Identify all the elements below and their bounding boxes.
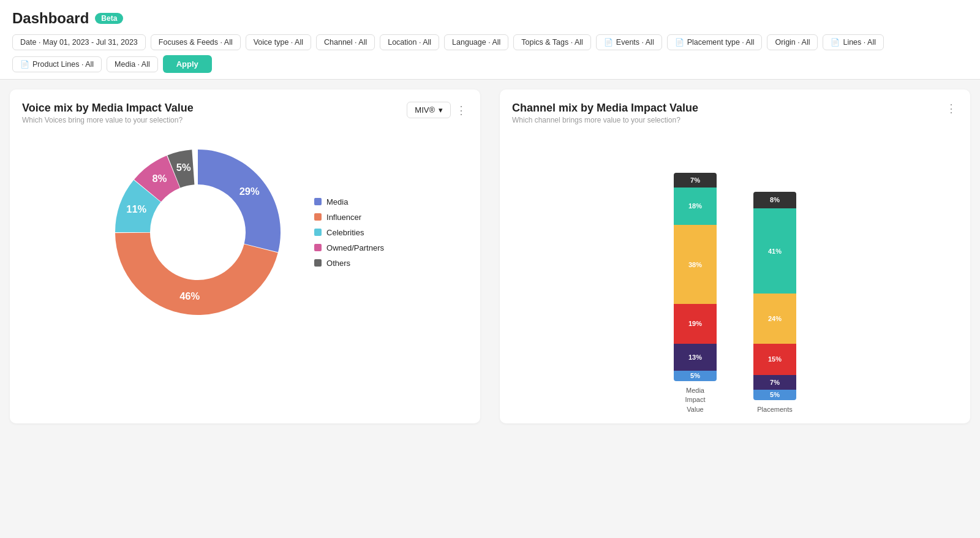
chevron-down-icon: ▾: [439, 105, 443, 115]
bar-segment-label: 7%: [690, 176, 700, 184]
doc-icon: 📄: [20, 60, 29, 69]
channel-mix-subtitle: Which channel brings more value to your …: [512, 116, 698, 124]
bar-segment: 7%: [674, 173, 717, 188]
bar-segment-label: 13%: [688, 354, 702, 361]
bar-segment: 15%: [753, 344, 796, 375]
bar-segment: 24%: [753, 294, 796, 344]
channel-mix-panel: Channel mix by Media Impact Value Which …: [500, 89, 970, 423]
donut-area: 29%46%11%8%5% MediaInfluencerCelebrities…: [22, 140, 468, 324]
bar-axis-label: Placements: [757, 405, 792, 414]
filter-chip-topics[interactable]: Topics & Tags · All: [513, 34, 591, 50]
voice-mix-panel: Voice mix by Media Impact Value Which Vo…: [10, 89, 480, 423]
bar-segment-label: 15%: [768, 355, 782, 363]
legend-label: Owned/Partners: [326, 243, 384, 252]
legend-color: [314, 244, 322, 251]
legend-item: Media: [314, 197, 384, 206]
filter-label: Location · All: [388, 38, 431, 47]
bar-segment-label: 5%: [690, 372, 700, 379]
legend-item: Owned/Partners: [314, 243, 384, 252]
donut-segment: [198, 150, 281, 252]
filter-chip-origin[interactable]: Origin · All: [767, 34, 818, 50]
filter-label: Topics & Tags · All: [521, 38, 583, 47]
bar-group: 7%18%38%19%13%5%Media Impact Value: [674, 173, 717, 414]
channel-mix-title: Channel mix by Media Impact Value: [512, 102, 698, 115]
filter-label: Media · All: [115, 60, 150, 69]
panels-row: Voice mix by Media Impact Value Which Vo…: [0, 80, 980, 433]
bar-segment-label: 38%: [688, 261, 702, 268]
filter-row-1: Date · May 01, 2023 - Jul 31, 2023Focuse…: [12, 34, 968, 50]
bar-segment-label: 41%: [768, 248, 782, 255]
filter-label: Placement type · All: [687, 38, 755, 47]
filter-chip-channel[interactable]: Channel · All: [316, 34, 375, 50]
legend-color: [314, 198, 322, 205]
bar-segment: 5%: [753, 390, 796, 400]
filter-chip-language[interactable]: Language · All: [444, 34, 508, 50]
legend-label: Celebrities: [326, 228, 364, 237]
voice-mix-subtitle: Which Voices bring more value to your se…: [22, 116, 194, 124]
bar-segment: 13%: [674, 344, 717, 371]
bar-segment-label: 8%: [770, 196, 780, 203]
legend-color: [314, 229, 322, 236]
filter-chip-date[interactable]: Date · May 01, 2023 - Jul 31, 2023: [12, 34, 146, 50]
filter-chip-lines[interactable]: 📄Lines · All: [823, 34, 884, 50]
metric-select[interactable]: MIV® ▾: [407, 102, 451, 118]
filter-label: Voice type · All: [254, 38, 303, 47]
filter-label: Product Lines · All: [32, 60, 94, 69]
legend-item: Influencer: [314, 213, 384, 222]
bar-segment-label: 5%: [770, 391, 780, 398]
filter-chip-events[interactable]: 📄Events · All: [596, 34, 662, 50]
bar-segment: 5%: [674, 371, 717, 381]
channel-mix-header: Channel mix by Media Impact Value Which …: [512, 102, 958, 134]
filter-label: Events · All: [616, 38, 654, 47]
filter-chip-focuses[interactable]: Focuses & Feeds · All: [151, 34, 241, 50]
filter-chip-location[interactable]: Location · All: [380, 34, 439, 50]
donut-svg: 29%46%11%8%5%: [106, 140, 290, 324]
filter-chip-product-lines[interactable]: 📄Product Lines · All: [12, 56, 102, 72]
filter-chip-media[interactable]: Media · All: [107, 56, 158, 72]
legend-item: Others: [314, 259, 384, 268]
filter-label: Lines · All: [843, 38, 876, 47]
apply-button[interactable]: Apply: [163, 55, 212, 73]
bar-segment: 41%: [753, 208, 796, 294]
legend-label: Influencer: [326, 213, 361, 222]
filter-label: Origin · All: [775, 38, 810, 47]
donut-label: 46%: [179, 290, 200, 301]
legend-label: Others: [326, 259, 350, 268]
legend-item: Celebrities: [314, 228, 384, 237]
voice-mix-title: Voice mix by Media Impact Value: [22, 102, 194, 115]
doc-icon: 📄: [675, 38, 684, 47]
legend-label: Media: [326, 197, 348, 206]
bar-segment-label: 7%: [770, 379, 780, 386]
stacked-bar: 8%41%24%15%7%5%: [753, 192, 796, 400]
donut-label: 29%: [239, 186, 260, 197]
bar-axis-label: Media Impact Value: [685, 386, 705, 414]
channel-more-button[interactable]: ⋮: [946, 102, 958, 115]
voice-mix-header: Voice mix by Media Impact Value Which Vo…: [22, 102, 468, 134]
bar-segment: 18%: [674, 188, 717, 225]
doc-icon: 📄: [604, 38, 613, 47]
bar-segment: 19%: [674, 304, 717, 344]
bar-segment: 38%: [674, 225, 717, 304]
donut-label: 8%: [153, 173, 167, 184]
donut-label: 5%: [176, 162, 191, 173]
bar-group: 8%41%24%15%7%5%Placements: [753, 192, 796, 414]
filter-row-2: 📄Product Lines · AllMedia · AllApply: [12, 55, 968, 79]
voice-legend: MediaInfluencerCelebritiesOwned/Partners…: [314, 197, 384, 268]
bar-segment-label: 24%: [768, 315, 782, 322]
legend-color: [314, 259, 322, 267]
stacked-bar: 7%18%38%19%13%5%: [674, 173, 717, 381]
filter-label: Language · All: [452, 38, 500, 47]
doc-icon: 📄: [831, 38, 840, 47]
bar-segment: 8%: [753, 192, 796, 208]
donut-label: 11%: [126, 203, 146, 214]
filter-label: Date · May 01, 2023 - Jul 31, 2023: [20, 38, 138, 47]
bar-segment-label: 18%: [688, 202, 702, 210]
bar-chart-area: 7%18%38%19%13%5%Media Impact Value8%41%2…: [512, 134, 958, 423]
more-options-button[interactable]: ⋮: [456, 104, 468, 117]
filter-chip-placement-type[interactable]: 📄Placement type · All: [667, 34, 763, 50]
bars-container: 7%18%38%19%13%5%Media Impact Value8%41%2…: [512, 140, 958, 414]
header: Dashboard Beta Date · May 01, 2023 - Jul…: [0, 0, 980, 80]
bar-segment-label: 19%: [688, 320, 702, 327]
bar-segment: 7%: [753, 375, 796, 390]
filter-chip-voice-type[interactable]: Voice type · All: [246, 34, 311, 50]
